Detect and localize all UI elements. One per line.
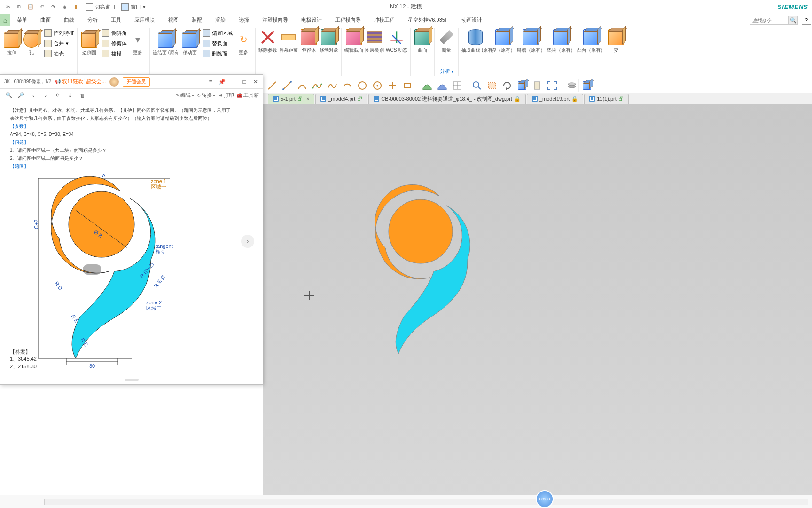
toolbox-button[interactable]: 🧰 工具箱 (237, 92, 259, 99)
surf2-tool[interactable] (435, 79, 449, 92)
edit-menu[interactable]: ✎ 编辑 ▾ (176, 92, 194, 99)
menu-item-tools[interactable]: 工具 (104, 14, 128, 26)
modeling-canvas[interactable] (263, 104, 812, 495)
surf1-tool[interactable] (420, 79, 434, 92)
measure-button[interactable]: 测量 (437, 28, 455, 54)
menu-item-electrode[interactable]: 电极设计 (295, 14, 328, 26)
pin-icon[interactable]: 📌 (219, 79, 225, 85)
more-feature-button[interactable]: ▾更多 (129, 28, 147, 58)
delete-face-button[interactable]: 删除面 (203, 49, 233, 58)
menu-item-plugin[interactable]: 星空外挂V6.935F (401, 14, 455, 26)
command-search[interactable]: 🔍 (750, 16, 798, 25)
menu-item-analysis[interactable]: 分析 (81, 14, 104, 26)
rect-tool[interactable] (400, 79, 414, 92)
rotate-menu[interactable]: ↻ 转换 ▾ (197, 92, 215, 99)
tab-model19[interactable]: _model19.prt🔒 (527, 94, 583, 104)
boss-button[interactable]: 凸台（原有） (577, 28, 605, 54)
screen-dist-button[interactable]: 屏幕距离 (279, 28, 298, 54)
menu-item-view[interactable]: 视图 (162, 14, 185, 26)
help-button[interactable]: ? (802, 16, 811, 25)
search-icon[interactable]: 🔍 (788, 16, 797, 24)
select-rect[interactable] (485, 79, 499, 92)
menu-item-menu[interactable]: 菜单 (10, 14, 34, 26)
menu-item-anim[interactable]: 动画设计 (455, 14, 489, 26)
extrude-button[interactable]: 拉伸 (3, 28, 21, 58)
line-seg-tool[interactable] (280, 79, 294, 92)
offset-region-button[interactable]: 偏置区域 (203, 28, 233, 38)
cycle-tool[interactable] (500, 79, 514, 92)
undo-icon[interactable]: ↶ (38, 3, 46, 11)
refresh-icon[interactable]: ⟳ (53, 91, 62, 100)
spline-tool[interactable] (310, 79, 324, 92)
line-tool[interactable] (265, 79, 279, 92)
timer-badge[interactable]: 00:00 (536, 490, 554, 508)
expand-icon[interactable]: ⛶ (196, 79, 203, 85)
tab-11-1[interactable]: 11(1).prt🗗 (584, 94, 629, 104)
menu-item-render[interactable]: 渲染 (209, 14, 232, 26)
redo-icon[interactable]: ↷ (49, 3, 57, 11)
delete-icon[interactable]: 🗑 (78, 91, 87, 100)
draft-button[interactable]: 拔模 (102, 49, 127, 58)
transform-button[interactable]: 变 (607, 28, 625, 54)
print-button[interactable]: 🖨 打印 (218, 92, 234, 99)
extract-curve-button[interactable]: 抽取曲线 (原有 (461, 28, 490, 54)
download-icon[interactable]: ⤓ (65, 91, 75, 100)
move-obj-button[interactable]: 移动对象 (320, 28, 338, 54)
bounding-button[interactable]: 包容体 (300, 28, 318, 54)
minimize-icon[interactable]: — (230, 79, 236, 85)
tab-model4[interactable]: _model4.prt🗗 (315, 94, 367, 104)
tab-close-icon[interactable]: × (306, 96, 309, 102)
panel-grip[interactable] (125, 379, 139, 381)
shell-button[interactable]: 抽壳 (44, 49, 74, 58)
clipboard-tool[interactable] (530, 79, 544, 92)
spline2-tool[interactable] (325, 79, 339, 92)
avatar-icon[interactable] (109, 77, 119, 87)
vip-button[interactable]: 开通会员 (123, 77, 150, 87)
tab-5-1[interactable]: 5-1.prt🗗× (268, 94, 314, 104)
cut-icon[interactable]: ✂ (4, 3, 12, 11)
layer-cat-button[interactable]: 图层类别 (365, 28, 384, 54)
tab-cb00003[interactable]: CB-00003-80002 进料转姿通道_φ18.4_ - 改制图_dwg.p… (368, 94, 526, 104)
pocket-button[interactable]: 腔（原有） (492, 28, 515, 54)
menu-item-assembly[interactable]: 装配 (185, 14, 209, 26)
menu-item-app[interactable]: 应用模块 (128, 14, 162, 26)
more-sync-button[interactable]: ↻更多 (234, 28, 252, 58)
iso-tool[interactable] (580, 79, 594, 92)
surface-button[interactable]: 曲面 (414, 28, 431, 54)
next-image-button[interactable]: › (241, 235, 254, 248)
hole-button[interactable]: 孔 (23, 28, 40, 58)
promo-label[interactable]: 📢 双11狂欢! 超级会... (55, 78, 106, 85)
view3d-tool[interactable] (515, 79, 529, 92)
menu-icon[interactable]: ≡ (207, 79, 214, 85)
h-scrollbar[interactable] (44, 499, 808, 505)
arc-tool[interactable] (295, 79, 309, 92)
circle-tool[interactable] (355, 79, 369, 92)
switch-window-button[interactable]: 切换窗口 (83, 2, 118, 12)
home-tab[interactable]: ⌂ (0, 14, 10, 26)
circle-center-tool[interactable] (370, 79, 384, 92)
expand-tool[interactable] (545, 79, 559, 92)
menu-item-engmold[interactable]: 工程模向导 (328, 14, 367, 26)
moveface-button[interactable]: 移动面 (181, 28, 199, 58)
zoom-lens[interactable] (470, 79, 484, 92)
pattern-button[interactable]: 阵列特征 (44, 28, 74, 38)
arc3-tool[interactable] (340, 79, 354, 92)
remove-param-button[interactable]: 移除参数 (258, 28, 277, 54)
cross-tool[interactable] (385, 79, 399, 92)
trim-button[interactable]: 修剪体 (102, 39, 127, 48)
next-icon[interactable]: › (41, 91, 50, 100)
wcs-button[interactable]: WCS 动态 (386, 28, 407, 54)
edit-section-button[interactable]: 编辑截面 (344, 28, 363, 54)
zoom-in-icon[interactable]: 🔎 (16, 91, 26, 100)
menu-item-surface[interactable]: 曲面 (34, 14, 57, 26)
brush-icon[interactable]: ▮ (71, 3, 80, 11)
paste-icon[interactable]: 📋 (26, 3, 35, 11)
layers-tool[interactable] (565, 79, 579, 92)
zoom-out-icon[interactable]: 🔍 (4, 91, 14, 100)
prev-icon[interactable]: ‹ (29, 91, 38, 100)
menu-item-curve[interactable]: 曲线 (57, 14, 81, 26)
pad-button[interactable]: 垫块（原有） (547, 28, 575, 54)
chamfer-button[interactable]: 倒斜角 (102, 28, 127, 38)
slot-button[interactable]: 键槽（原有） (517, 28, 545, 54)
copy-icon[interactable]: ⧉ (15, 3, 23, 11)
